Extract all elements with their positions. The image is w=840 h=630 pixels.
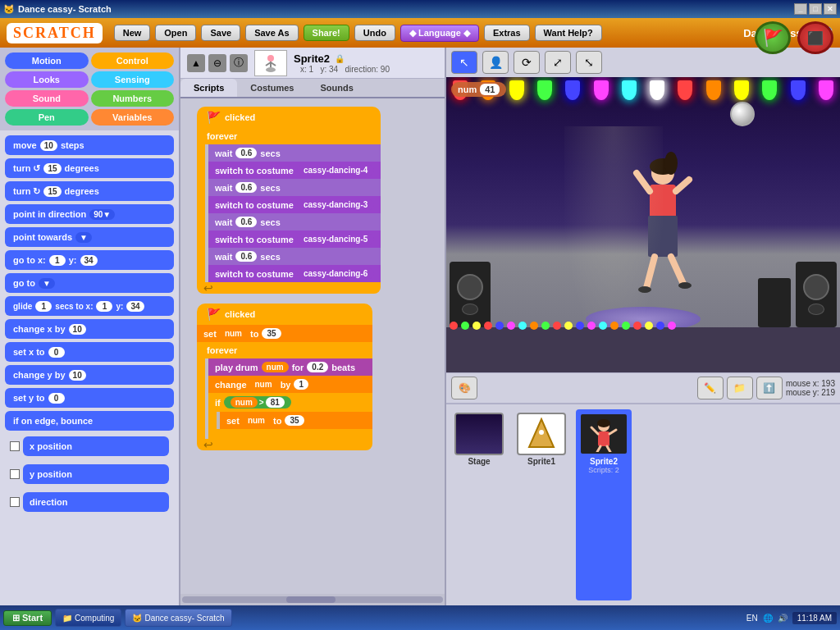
category-pen[interactable]: Pen	[5, 109, 89, 126]
switch-costume-2[interactable]: switch to costume cassy-dancing-3	[208, 196, 381, 213]
stage-light-8	[650, 80, 664, 100]
help-button[interactable]: Want Help?	[535, 25, 602, 41]
undo-button[interactable]: Undo	[354, 25, 395, 41]
stage-light-11	[734, 80, 749, 100]
block-direction-dropdown[interactable]: 90▼	[89, 209, 115, 220]
person-tool[interactable]: 👤	[482, 51, 509, 74]
category-looks[interactable]: Looks	[5, 71, 89, 88]
minimize-button[interactable]: _	[794, 3, 807, 15]
block-y-position[interactable]: y position	[23, 464, 169, 484]
category-numbers[interactable]: Numbers	[91, 90, 175, 107]
taskbar-folder-icon: 📁	[62, 614, 72, 623]
if-end-cap	[208, 429, 372, 439]
direction-checkbox[interactable]	[10, 497, 20, 507]
block-turn-ccw[interactable]: turn ↺ 15 degrees	[5, 158, 174, 178]
start-button[interactable]: ⊞ Start	[3, 610, 52, 626]
fullscreen-tool[interactable]: ⤢	[545, 51, 571, 74]
wait-block-2[interactable]: wait 0.6 secs	[208, 179, 381, 196]
dot-13	[587, 322, 596, 330]
scripts-scrollbar[interactable]	[180, 594, 445, 605]
sprite-nav-up[interactable]: ▲	[187, 54, 205, 72]
scrollbar-track[interactable]	[182, 596, 443, 603]
save-button[interactable]: Save	[201, 25, 240, 41]
category-motion[interactable]: Motion	[5, 52, 89, 69]
stage-light-12	[762, 80, 777, 100]
wait-block-4[interactable]: wait 0.6 secs	[208, 248, 381, 265]
open-button[interactable]: Open	[155, 25, 196, 41]
block-x-position[interactable]: x position	[23, 436, 169, 456]
green-flag-button[interactable]: 🚩	[755, 21, 791, 54]
language-button[interactable]: ◆ Language ◆	[400, 25, 479, 42]
title-bar-buttons[interactable]: _ □ ✕	[794, 3, 837, 15]
extras-button[interactable]: Extras	[484, 25, 530, 41]
category-control[interactable]: Control	[91, 52, 175, 69]
speaker-circle-2	[803, 274, 829, 300]
change-num-block[interactable]: change num by 1	[208, 376, 372, 393]
set-num-inner[interactable]: set num to 35	[220, 412, 372, 429]
cursor-tool[interactable]: ↖	[451, 51, 477, 74]
forever-block-2[interactable]: forever	[197, 342, 372, 358]
block-glide[interactable]: glide 1 secs to x: 1 y: 34	[5, 296, 174, 316]
sprite1-thumbnail-item[interactable]: Sprite1	[514, 409, 569, 600]
block-change-x[interactable]: change x by 10	[5, 319, 174, 339]
scripts-area[interactable]: 🚩 clicked forever wait 0.6 secs switch t…	[180, 98, 445, 594]
stage-light-5	[565, 80, 580, 100]
if-block[interactable]: if num > 81	[208, 393, 372, 412]
sprite-nav-shrink[interactable]: ⊖	[208, 54, 226, 72]
new-button[interactable]: New	[114, 25, 151, 41]
hat-block-1[interactable]: 🚩 clicked	[197, 107, 381, 128]
sprite2-thumbnail-item[interactable]: Sprite2 Scripts: 2	[576, 409, 632, 600]
play-drum-block[interactable]: play drum num for 0.2 beats	[208, 358, 372, 376]
stage-thumbnail-item[interactable]: Stage	[451, 409, 507, 600]
tab-sounds[interactable]: Sounds	[307, 79, 366, 97]
hat-block-2[interactable]: 🚩 clicked	[197, 304, 372, 325]
save-as-button[interactable]: Save As	[245, 25, 298, 41]
block-point-direction[interactable]: point in direction 90▼	[5, 204, 174, 224]
block-goto-dropdown[interactable]: ▼	[39, 278, 55, 289]
x-position-checkbox[interactable]	[10, 441, 20, 451]
forever-block-1[interactable]: forever	[197, 128, 381, 144]
tab-costumes[interactable]: Costumes	[237, 79, 307, 97]
stop-button[interactable]: ⬛	[797, 21, 833, 54]
category-variables[interactable]: Variables	[91, 109, 175, 126]
svg-line-13	[671, 257, 683, 284]
wait-block-3[interactable]: wait 0.6 secs	[208, 213, 381, 231]
shrink-tool[interactable]: ⤡	[576, 51, 602, 74]
block-direction[interactable]: direction	[23, 492, 169, 512]
edit-sprite-tool[interactable]: ✏️	[697, 377, 724, 399]
scrollbar-thumb[interactable]	[286, 596, 336, 603]
sprite-nav-info[interactable]: ⓘ	[230, 54, 248, 72]
taskbar-scratch[interactable]: 🐱 Dance cassy- Scratch	[125, 609, 231, 627]
block-direction-row: direction	[5, 490, 174, 514]
maximize-button[interactable]: □	[809, 3, 822, 15]
block-move[interactable]: move 10 steps	[5, 135, 174, 155]
switch-costume-3[interactable]: switch to costume cassy-dancing-5	[208, 231, 381, 248]
paint-bucket-tool[interactable]: 🎨	[451, 377, 477, 399]
share-button[interactable]: Share!	[304, 25, 349, 41]
wait-block-1[interactable]: wait 0.6 secs	[208, 144, 381, 162]
tab-scripts[interactable]: Scripts	[180, 79, 237, 97]
set-num-block[interactable]: set num to 35	[197, 325, 372, 342]
block-towards-dropdown[interactable]: ▼	[75, 232, 92, 243]
switch-costume-1[interactable]: switch to costume cassy-dancing-4	[208, 162, 381, 179]
block-change-y[interactable]: change y by 10	[5, 365, 174, 385]
category-sensing[interactable]: Sensing	[91, 71, 175, 88]
block-goto-x: 1	[49, 255, 66, 266]
close-button[interactable]: ✕	[824, 3, 837, 15]
import-sprite-tool[interactable]: ⬆️	[756, 377, 783, 399]
block-goto-xy[interactable]: go to x: 1 y: 34	[5, 250, 174, 270]
hat-label-1: clicked	[225, 112, 255, 122]
new-sprite-folder[interactable]: 📁	[727, 377, 753, 399]
block-set-y[interactable]: set y to 0	[5, 388, 174, 408]
block-turn-cw[interactable]: turn ↻ 15 degrees	[5, 181, 174, 201]
block-if-edge[interactable]: if on edge, bounce	[5, 411, 174, 431]
rotate-tool[interactable]: ⟳	[514, 51, 540, 74]
block-goto[interactable]: go to ▼	[5, 273, 174, 293]
block-point-towards[interactable]: point towards ▼	[5, 227, 174, 247]
taskbar-computing[interactable]: 📁 Computing	[55, 609, 121, 627]
switch-costume-4[interactable]: switch to costume cassy-dancing-6	[208, 265, 381, 282]
category-sound[interactable]: Sound	[5, 90, 89, 107]
block-glide-x: 1	[96, 301, 112, 312]
y-position-checkbox[interactable]	[10, 469, 20, 479]
block-set-x[interactable]: set x to 0	[5, 342, 174, 362]
